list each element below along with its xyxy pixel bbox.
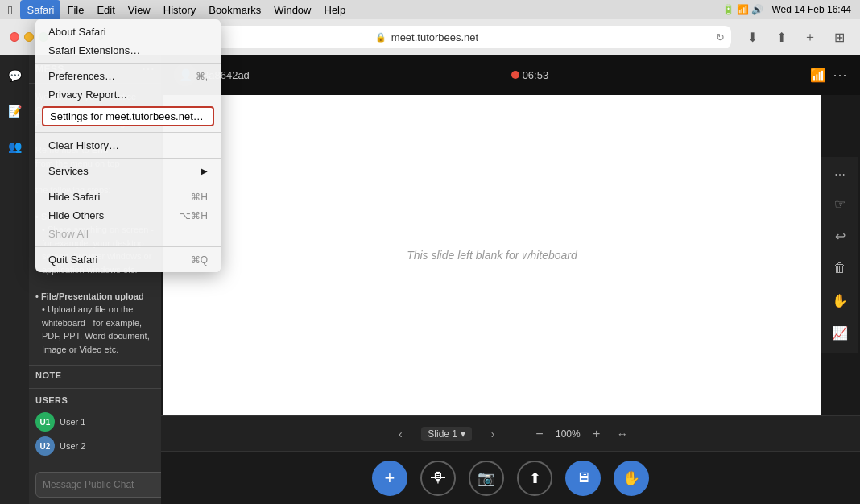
file-menu-item[interactable]: File: [60, 0, 90, 19]
chat-tab-icon[interactable]: 💬: [3, 64, 26, 87]
slide-prev-button[interactable]: ‹: [389, 423, 411, 445]
bottom-toolbar: + 🎙 📷 ⬆ 🖥 ✋: [161, 451, 860, 504]
window-menu-item[interactable]: Window: [267, 0, 317, 19]
camera-off-button[interactable]: 📷: [469, 461, 504, 496]
share-button[interactable]: ⬆: [770, 26, 792, 48]
history-menu-item[interactable]: History: [157, 0, 202, 19]
signal-icon: 📶: [810, 68, 826, 83]
privacy-report-item[interactable]: Privacy Report…: [35, 85, 221, 104]
video-header-right: 📶 ⋯: [810, 66, 847, 84]
datetime: Wed 14 Feb 16:44: [769, 4, 854, 15]
notes-tab-icon[interactable]: 📝: [3, 100, 26, 122]
chat-input[interactable]: [35, 472, 171, 498]
add-content-button[interactable]: +: [372, 461, 407, 496]
record-badge: 06:53: [511, 69, 549, 81]
video-header: 👤 3a8642ad 06:53 📶 ⋯: [161, 55, 860, 95]
hide-others-label: Hide Others: [48, 209, 104, 221]
hand-raise-button[interactable]: ✋: [614, 461, 649, 496]
about-safari-item[interactable]: About Safari: [35, 23, 221, 41]
menu-separator-5: [35, 246, 221, 247]
zoom-out-button[interactable]: −: [530, 424, 549, 444]
zoom-level: 100%: [556, 428, 581, 440]
quit-safari-item[interactable]: Quit Safari ⌘Q: [35, 250, 221, 269]
hide-others-shortcut: ⌥⌘H: [180, 210, 208, 221]
users-header: USERS: [35, 395, 155, 405]
more-options-button[interactable]: ⋯: [833, 66, 847, 84]
user-item: U1 User 1: [35, 410, 155, 434]
user-name-1: User 1: [60, 417, 85, 427]
apple-menu-icon[interactable]: : [0, 0, 20, 19]
hide-safari-item[interactable]: Hide Safari ⌘H: [35, 188, 221, 206]
slide-selector[interactable]: Slide 1 ▾: [421, 427, 472, 441]
safari-extensions-label: Safari Extensions…: [48, 44, 140, 56]
screen-share-button[interactable]: 🖥: [565, 461, 601, 496]
trash-tool-button[interactable]: 🗑: [825, 254, 854, 283]
fit-screen-button[interactable]: ↔: [613, 424, 632, 444]
sidebar-icons: 💬 📝 👥: [0, 55, 29, 504]
refresh-button[interactable]: ↻: [716, 31, 725, 43]
privacy-report-label: Privacy Report…: [48, 89, 127, 101]
notes-section-header: NOTE: [29, 365, 161, 385]
lock-icon: 🔒: [375, 32, 387, 43]
preferences-shortcut: ⌘,: [196, 71, 208, 82]
services-label: Services: [48, 165, 89, 177]
user-name-2: User 2: [60, 441, 85, 451]
zoom-in-button[interactable]: +: [587, 424, 606, 444]
clear-history-label: Clear History…: [48, 139, 119, 151]
menu-separator-3: [35, 158, 221, 159]
settings-box[interactable]: Settings for meet.tutorbees.net…: [42, 106, 214, 126]
preferences-label: Preferences…: [48, 70, 115, 82]
screen-off-button[interactable]: ⬆: [517, 461, 552, 496]
pointer-tool-button[interactable]: ☞: [825, 189, 854, 218]
mic-mute-button[interactable]: 🎙: [420, 461, 456, 496]
safari-menu-item[interactable]: Safari: [20, 0, 60, 19]
whiteboard-canvas[interactable]: This slide left blank for whiteboard: [163, 95, 821, 415]
record-dot: [511, 71, 519, 79]
menubar-right: 🔋 📶 🔊 Wed 14 Feb 16:44: [720, 4, 860, 15]
main-content: 👤 3a8642ad 06:53 📶 ⋯ This slide left bla…: [161, 55, 860, 504]
drag-tool-button[interactable]: ✋: [825, 286, 854, 315]
users-tab-icon[interactable]: 👥: [3, 135, 26, 158]
bookmarks-menu-item[interactable]: Bookmarks: [202, 0, 267, 19]
user-item: U2 User 2: [35, 434, 155, 458]
url-text: meet.tutorbees.net: [391, 31, 478, 43]
settings-label: Settings for meet.tutorbees.net…: [50, 110, 204, 122]
downloads-button[interactable]: ⬇: [741, 26, 763, 48]
about-safari-label: About Safari: [48, 26, 106, 38]
chart-tool-button[interactable]: 📈: [825, 318, 854, 347]
slide-dropdown-icon: ▾: [461, 428, 465, 440]
hide-safari-shortcut: ⌘H: [191, 192, 208, 203]
slide-label: Slide 1: [428, 428, 457, 440]
minimize-window-button[interactable]: [24, 32, 34, 42]
system-icons: 🔋 📶 🔊: [720, 4, 767, 15]
tools-more-button[interactable]: ⋯: [825, 163, 854, 186]
user-avatar-1: U1: [35, 412, 55, 432]
quit-safari-shortcut: ⌘Q: [191, 254, 208, 266]
help-menu-item[interactable]: Help: [318, 0, 353, 19]
view-menu-item[interactable]: View: [122, 0, 157, 19]
user-avatar-2: U2: [35, 436, 55, 456]
menu-separator-1: [35, 63, 221, 64]
tab-grid-button[interactable]: ⊞: [828, 26, 850, 48]
show-all-item: Show All: [35, 225, 221, 243]
preferences-item[interactable]: Preferences… ⌘,: [35, 67, 221, 85]
settings-item-wrapper[interactable]: Settings for meet.tutorbees.net…: [35, 104, 221, 129]
hide-safari-label: Hide Safari: [48, 191, 100, 203]
services-item[interactable]: Services ▶: [35, 162, 221, 180]
undo-tool-button[interactable]: ↩: [825, 221, 854, 250]
show-all-label: Show All: [48, 228, 89, 240]
whiteboard-area: This slide left blank for whiteboard ⋯ ☞…: [161, 95, 860, 415]
whiteboard-blank-text: This slide left blank for whiteboard: [407, 249, 577, 262]
edit-menu-item[interactable]: Edit: [90, 0, 121, 19]
timer: 06:53: [523, 69, 549, 81]
clear-history-item[interactable]: Clear History…: [35, 136, 221, 155]
zoom-controls: − 100% + ↔: [530, 424, 632, 444]
close-window-button[interactable]: [10, 32, 19, 42]
safari-extensions-item[interactable]: Safari Extensions…: [35, 41, 221, 60]
hide-others-item[interactable]: Hide Others ⌥⌘H: [35, 206, 221, 225]
slide-next-button[interactable]: ›: [482, 423, 504, 445]
menubar:  Safari File Edit View History Bookmark…: [0, 0, 860, 19]
users-section: USERS U1 User 1 U2 User 2: [29, 388, 161, 465]
safari-menu-dropdown: About Safari Safari Extensions… Preferen…: [35, 19, 221, 272]
new-tab-button[interactable]: ＋: [799, 26, 821, 48]
